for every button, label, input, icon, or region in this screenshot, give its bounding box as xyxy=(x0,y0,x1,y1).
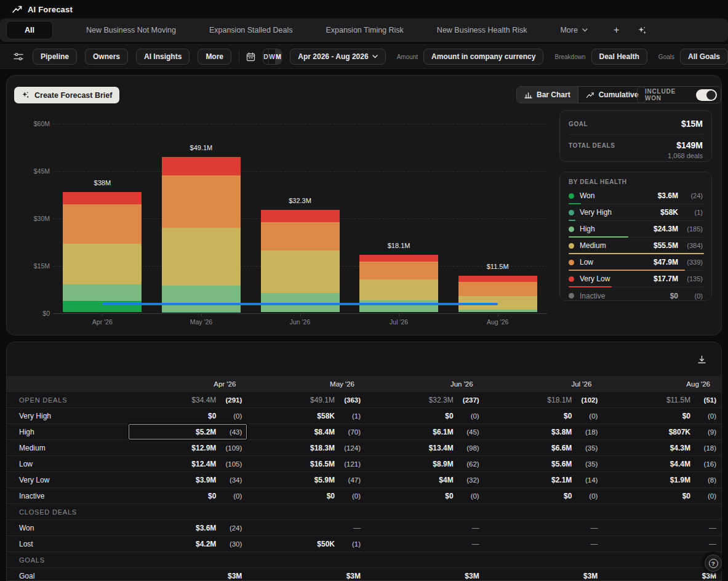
table-cell[interactable]: $0(0) xyxy=(129,488,247,503)
table-cell[interactable]: $3M xyxy=(602,568,721,581)
table-cell[interactable]: $3M xyxy=(366,568,484,581)
deal-health-row-very-high[interactable]: Very High$58K(1) xyxy=(569,204,703,221)
table-cell[interactable]: $5.6M(35) xyxy=(484,456,603,471)
table-cell[interactable]: $0(0) xyxy=(602,488,721,503)
tab-more[interactable]: More xyxy=(560,26,587,34)
filter-pill-owners[interactable]: Owners xyxy=(85,49,128,65)
table-cell[interactable]: $3.6M(24) xyxy=(129,520,247,535)
ai-sparkle-settings-icon[interactable] xyxy=(638,26,647,35)
deal-health-row-inactive[interactable]: Inactive$0(0) xyxy=(569,287,703,304)
table-cell[interactable]: $32.3M(237) xyxy=(366,392,484,407)
table-cell[interactable]: — xyxy=(602,520,721,535)
bar-segment-high[interactable] xyxy=(458,310,537,312)
table-cell[interactable]: — xyxy=(484,536,603,551)
stacked-bar-jun-26[interactable] xyxy=(261,210,340,312)
bar-segment-low[interactable] xyxy=(63,204,142,244)
bar-segment-high[interactable] xyxy=(162,286,241,312)
bar-segment-low[interactable] xyxy=(162,175,241,228)
tab-expansion-timing-risk[interactable]: Expansion Timing Risk xyxy=(326,26,403,34)
period-m[interactable]: M xyxy=(275,49,281,64)
tab-all[interactable]: All xyxy=(6,21,53,39)
period-q[interactable]: Q xyxy=(281,49,282,64)
table-cell[interactable]: $6.6M(35) xyxy=(484,440,603,455)
filter-sliders-icon[interactable] xyxy=(14,52,23,61)
table-cell[interactable]: $0(0) xyxy=(366,408,484,423)
table-cell[interactable]: $3.9M(34) xyxy=(129,472,247,487)
table-cell[interactable]: $8.9M(62) xyxy=(366,456,484,471)
period-w[interactable]: W xyxy=(268,49,275,64)
tab-expansion-stalled-deals[interactable]: Expansion Stalled Deals xyxy=(209,26,293,34)
table-cell[interactable]: — xyxy=(602,536,721,551)
table-cell[interactable]: $0(0) xyxy=(129,408,247,423)
table-cell[interactable]: $13.4M(98) xyxy=(366,440,484,455)
deal-health-row-won[interactable]: Won$3.6M(24) xyxy=(569,188,703,204)
bar-segment-low[interactable] xyxy=(458,282,537,296)
table-cell[interactable]: $3.8M(18) xyxy=(484,424,603,439)
table-cell[interactable]: $5.9M(47) xyxy=(247,472,366,487)
table-cell[interactable]: $0(0) xyxy=(247,488,366,503)
table-cell[interactable]: $12.9M(109) xyxy=(129,440,247,455)
bar-segment-very-low[interactable] xyxy=(359,255,438,262)
bar-segment-very-low[interactable] xyxy=(63,192,142,204)
deal-health-row-medium[interactable]: Medium$55.5M(384) xyxy=(569,238,703,254)
table-cell[interactable]: — xyxy=(247,520,366,535)
table-cell[interactable]: $5.2M(43) xyxy=(129,424,247,439)
bar-segment-very-low[interactable] xyxy=(458,276,537,282)
table-cell[interactable]: $4.4M(16) xyxy=(602,456,721,471)
table-cell[interactable]: $16.5M(121) xyxy=(247,456,366,471)
table-cell[interactable]: $49.1M(363) xyxy=(247,392,366,407)
bar-segment-low[interactable] xyxy=(359,262,438,279)
bar-segment-low[interactable] xyxy=(261,222,340,250)
deal-health-row-high[interactable]: High$24.3M(185) xyxy=(569,221,703,238)
table-cell[interactable]: $3M xyxy=(129,568,247,581)
deal-health-row-very-low[interactable]: Very Low$17.7M(135) xyxy=(569,271,703,287)
table-cell[interactable]: $8.4M(70) xyxy=(247,424,366,439)
bar-segment-very-low[interactable] xyxy=(261,210,340,223)
filter-pill-more[interactable]: More xyxy=(198,49,231,65)
table-cell[interactable]: $34.4M(291) xyxy=(129,392,247,407)
amount-currency-selector[interactable]: Amount in company currency xyxy=(423,49,543,65)
table-cell[interactable]: $11.5M(51) xyxy=(602,392,721,407)
bar-segment-medium[interactable] xyxy=(63,244,142,284)
bar-segment-high[interactable] xyxy=(359,300,438,313)
stacked-bar-apr-26[interactable] xyxy=(63,192,142,312)
table-cell[interactable]: $0(0) xyxy=(366,488,484,503)
add-tab-button[interactable]: + xyxy=(614,25,619,36)
table-cell[interactable]: — xyxy=(366,536,484,551)
table-cell[interactable]: $4M(32) xyxy=(366,472,484,487)
table-cell[interactable]: — xyxy=(484,520,603,535)
table-cell[interactable]: $0(0) xyxy=(602,408,721,423)
tab-new-business-not-moving[interactable]: New Business Not Moving xyxy=(86,26,176,34)
bar-segment-medium[interactable] xyxy=(162,228,241,286)
table-cell[interactable]: $4.2M(30) xyxy=(129,536,247,551)
goals-selector[interactable]: All Goals xyxy=(680,49,728,65)
table-cell[interactable]: — xyxy=(366,520,484,535)
goal-line[interactable] xyxy=(102,303,497,305)
table-cell[interactable]: $0(0) xyxy=(484,408,603,423)
table-cell[interactable]: $3M xyxy=(247,568,366,581)
table-cell[interactable]: $4.3M(18) xyxy=(602,440,721,455)
table-cell[interactable]: $50K(1) xyxy=(247,536,366,551)
date-range-dropdown[interactable]: Apr 2026 - Aug 2026 xyxy=(290,49,385,65)
table-cell[interactable]: $18.1M(102) xyxy=(484,392,603,407)
stacked-bar-may-26[interactable] xyxy=(162,157,241,312)
tab-new-business-health-risk[interactable]: New Business Health Risk xyxy=(437,26,527,34)
table-cell[interactable]: $2.1M(14) xyxy=(484,472,603,487)
table-cell[interactable]: $0(0) xyxy=(484,488,603,503)
calendar-icon[interactable] xyxy=(246,52,255,62)
bar-segment-medium[interactable] xyxy=(359,279,438,300)
download-button[interactable] xyxy=(693,351,710,368)
help-button[interactable]: ? xyxy=(705,555,722,572)
table-cell[interactable]: $12.4M(105) xyxy=(129,456,247,471)
bar-segment-very-low[interactable] xyxy=(162,157,241,175)
breakdown-selector[interactable]: Deal Health xyxy=(591,49,647,65)
table-cell[interactable]: $807K(9) xyxy=(602,424,721,439)
table-cell[interactable]: $58K(1) xyxy=(247,408,366,423)
deal-health-row-low[interactable]: Low$47.9M(339) xyxy=(569,254,703,271)
filter-pill-ai-insights[interactable]: AI Insights xyxy=(136,49,190,65)
table-cell[interactable]: $3M xyxy=(484,568,603,581)
bar-segment-high[interactable] xyxy=(63,284,142,301)
bar-segment-medium[interactable] xyxy=(261,250,340,293)
table-cell[interactable]: $1.9M(8) xyxy=(602,472,721,487)
filter-pill-pipeline[interactable]: Pipeline xyxy=(33,49,77,65)
